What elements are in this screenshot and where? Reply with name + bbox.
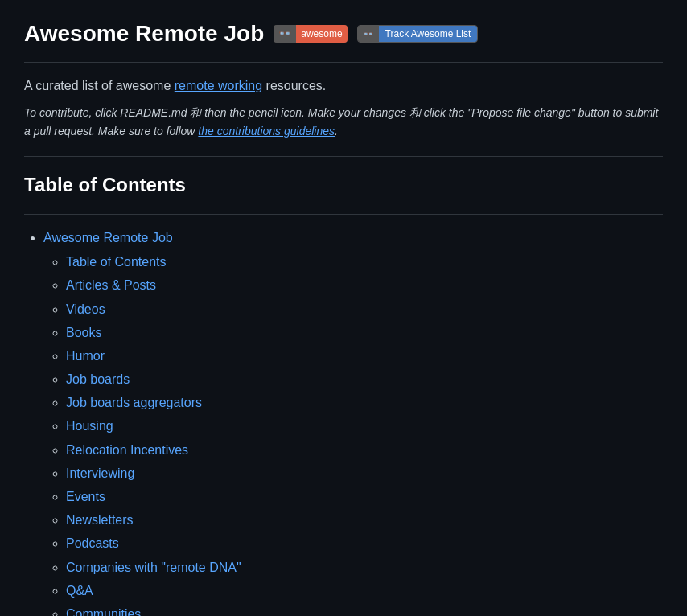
list-item: Job boards aggregators — [66, 392, 663, 413]
header-divider — [24, 156, 663, 157]
awesome-badge[interactable]: 👓 awesome — [274, 25, 347, 43]
track-icon: 👓 — [363, 27, 374, 42]
awesome-badge-left: 👓 — [274, 25, 296, 43]
toc-link[interactable]: Job boards — [66, 372, 130, 386]
list-item: Events — [66, 486, 663, 507]
toc-top-list: Awesome Remote Job Table of ContentsArti… — [24, 228, 663, 616]
toc-link[interactable]: Communities — [66, 607, 141, 616]
contributions-guidelines-link[interactable]: the contributions guidelines — [198, 125, 335, 138]
page-header: Awesome Remote Job 👓 awesome 👓 Track Awe… — [24, 16, 663, 63]
toc-link[interactable]: Books — [66, 326, 101, 339]
awesome-remote-job-link[interactable]: Awesome Remote Job — [43, 231, 173, 244]
list-item: Companies with "remote DNA" — [66, 556, 663, 578]
toc-link[interactable]: Humor — [66, 349, 105, 363]
toc-link[interactable]: Videos — [66, 302, 105, 316]
toc-link[interactable]: Table of Contents — [66, 255, 167, 269]
contribute-text: To contribute, click README.md 和 then th… — [24, 104, 663, 140]
toc-link[interactable]: Articles & Posts — [66, 278, 156, 292]
description-text: A curated list of awesome remote working… — [24, 76, 663, 97]
toc-link[interactable]: Interviewing — [66, 466, 134, 480]
toc-link[interactable]: Housing — [66, 419, 113, 433]
list-item: Q&A — [66, 580, 663, 602]
list-item: Communities — [66, 603, 663, 616]
toc-link[interactable]: Podcasts — [66, 536, 119, 550]
glasses-icon: 👓 — [278, 26, 291, 43]
toc-top-item: Awesome Remote Job Table of ContentsArti… — [43, 228, 663, 616]
remote-working-link[interactable]: remote working — [175, 79, 262, 92]
list-item: Relocation Incentives — [66, 439, 663, 461]
table-of-contents-section: Table of Contents Awesome Remote Job Tab… — [24, 170, 663, 616]
list-item: Table of Contents — [66, 251, 663, 273]
toc-link[interactable]: Q&A — [66, 584, 93, 598]
list-item: Interviewing — [66, 462, 663, 484]
list-item: Newsletters — [66, 509, 663, 531]
list-item: Articles & Posts — [66, 274, 663, 296]
list-item: Podcasts — [66, 532, 663, 554]
track-awesome-badge[interactable]: 👓 Track Awesome List — [357, 25, 479, 43]
toc-link[interactable]: Relocation Incentives — [66, 443, 188, 457]
list-item: Humor — [66, 345, 663, 367]
list-item: Videos — [66, 298, 663, 320]
list-item: Job boards — [66, 368, 663, 390]
toc-link[interactable]: Companies with "remote DNA" — [66, 561, 241, 574]
toc-link[interactable]: Newsletters — [66, 513, 134, 527]
toc-sub-list: Table of ContentsArticles & PostsVideosB… — [43, 251, 663, 616]
toc-heading: Table of Contents — [24, 170, 663, 200]
toc-divider — [24, 214, 663, 215]
list-item: Housing — [66, 415, 663, 437]
track-badge-right: Track Awesome List — [379, 25, 478, 43]
list-item: Books — [66, 322, 663, 343]
awesome-badge-right: awesome — [296, 25, 347, 43]
toc-link[interactable]: Job boards aggregators — [66, 396, 202, 409]
page-title: Awesome Remote Job — [24, 16, 264, 52]
track-badge-left: 👓 — [358, 26, 379, 43]
toc-link[interactable]: Events — [66, 490, 105, 503]
